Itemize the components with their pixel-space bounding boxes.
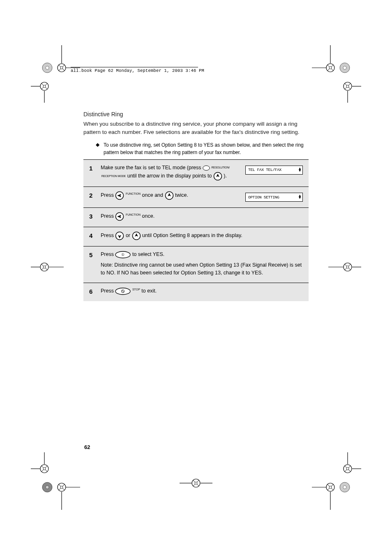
svg-point-15	[343, 66, 346, 69]
step-body: Make sure the fax is set to TEL mode (pr…	[101, 164, 240, 181]
svg-point-38	[346, 266, 349, 268]
svg-point-12	[43, 85, 46, 88]
svg-point-6	[60, 67, 63, 69]
stop-button-icon	[115, 288, 131, 295]
svg-text:①: ①	[121, 253, 125, 257]
lead-paragraph: When you subscribe to a distinctive ring…	[83, 120, 309, 136]
file-header-text: all.book Page 62 Monday, September 1, 20…	[71, 67, 198, 73]
svg-point-47	[46, 486, 49, 489]
registration-target	[180, 475, 212, 491]
step-5: 5 Press ① to select YES. Note: Distincti…	[83, 246, 309, 283]
bullet-diamond-icon: ◆	[96, 142, 99, 148]
svg-point-52	[60, 486, 63, 488]
registration-mark	[41, 481, 53, 493]
step-number: 1	[89, 164, 95, 172]
up-arrow-icon	[213, 172, 222, 181]
step-number: 4	[89, 231, 95, 239]
section-title: Distinctive Ring	[83, 111, 309, 117]
display-box: OPTION SETTING ▲▼	[245, 191, 303, 202]
step-note: Note: Distinctive ring cannot be used wh…	[101, 261, 303, 277]
registration-target	[31, 259, 64, 275]
svg-point-61	[343, 486, 346, 489]
step-number: 6	[89, 287, 95, 295]
step-2: 2 Press FUNCTION once and twice.	[83, 187, 309, 207]
steps-box: 1 Make sure the fax is set to TEL mode (…	[83, 159, 309, 301]
step-body: Press FUNCTION once.	[101, 212, 303, 221]
page-number: 62	[84, 444, 90, 450]
up-arrow-icon	[132, 231, 141, 240]
registration-target	[31, 78, 64, 103]
step-body: Press or until Option Setting 8 appears …	[101, 231, 303, 240]
svg-point-1	[46, 66, 49, 69]
display-text: TEL FAX TEL/FAX	[248, 168, 281, 172]
registration-target	[328, 452, 361, 477]
step-4: 4 Press or until Option Setting 8 appear…	[83, 227, 309, 246]
step-body: Press STOP to exit.	[101, 287, 303, 295]
registration-mark	[339, 481, 351, 493]
step-6: 6 Press STOP to exit.	[83, 283, 309, 301]
step-1: 1 Make sure the fax is set to TEL mode (…	[83, 159, 309, 187]
step-body: Press ① to select YES. Note: Distinctive…	[101, 251, 303, 277]
svg-point-66	[329, 486, 332, 488]
step-body: Press FUNCTION once and twice.	[101, 191, 240, 200]
svg-point-74	[203, 166, 210, 170]
function-button-icon	[115, 212, 124, 221]
svg-point-58	[43, 467, 46, 470]
display-text: OPTION SETTING	[248, 195, 279, 200]
registration-mark	[339, 62, 351, 74]
svg-point-72	[346, 467, 349, 470]
step-number: 5	[89, 251, 95, 258]
key-1-button-icon: ①	[115, 251, 131, 258]
svg-point-26	[346, 85, 349, 88]
step-number: 2	[89, 191, 95, 199]
svg-point-44	[195, 482, 197, 484]
arrow-up-down-icon: ▲▼	[299, 195, 301, 199]
registration-target	[328, 259, 361, 275]
up-arrow-icon	[165, 191, 174, 200]
step-number: 3	[89, 212, 95, 220]
function-button-icon	[115, 191, 124, 200]
arrow-up-down-icon: ▲▼	[299, 168, 301, 172]
registration-target	[31, 452, 64, 477]
resolution-reception-mode-icon	[203, 165, 210, 171]
bullet-text: To use distinctive ring, set Option Sett…	[104, 142, 309, 156]
display-box: TEL FAX TEL/FAX ▲▼	[245, 164, 303, 175]
svg-point-20	[329, 67, 332, 69]
down-arrow-icon	[115, 231, 124, 240]
registration-target	[328, 78, 361, 103]
registration-mark	[41, 62, 53, 74]
svg-point-32	[43, 266, 46, 268]
step-3: 3 Press FUNCTION once.	[83, 207, 309, 227]
